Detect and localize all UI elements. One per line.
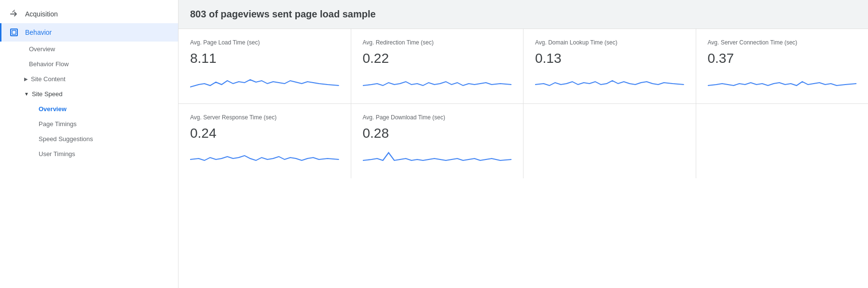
sidebar-item-behavior[interactable]: Behavior — [0, 23, 178, 42]
metric-card-domain-lookup: Avg. Domain Lookup Time (sec) 0.13 — [524, 29, 696, 103]
sidebar-item-page-timings[interactable]: Page Timings — [0, 116, 178, 131]
metric-value-redirection: 0.22 — [363, 51, 512, 66]
sidebar-group-site-content[interactable]: ▶ Site Content — [0, 72, 178, 86]
metric-value-server-response: 0.24 — [190, 126, 339, 141]
metric-card-empty-1 — [524, 104, 696, 178]
sidebar-item-site-speed-overview[interactable]: Overview — [0, 101, 178, 116]
behavior-label: Behavior — [25, 29, 52, 36]
svg-rect-1 — [12, 30, 16, 34]
sidebar: Acquisition Behavior Overview Behavior F… — [0, 0, 179, 288]
metric-label-server-connection: Avg. Server Connection Time (sec) — [708, 39, 857, 47]
acquisition-icon — [10, 10, 18, 18]
metric-label-page-download: Avg. Page Download Time (sec) — [363, 114, 512, 122]
metric-chart-page-download — [363, 145, 512, 169]
metric-chart-redirection — [363, 70, 512, 94]
site-speed-arrow-icon: ▼ — [24, 91, 29, 97]
sidebar-item-overview[interactable]: Overview — [0, 42, 178, 57]
metric-card-page-download: Avg. Page Download Time (sec) 0.28 — [351, 104, 524, 178]
svg-rect-0 — [11, 29, 17, 36]
metric-chart-server-connection — [708, 70, 857, 94]
metric-label-redirection: Avg. Redirection Time (sec) — [363, 39, 512, 47]
metric-card-empty-2 — [696, 104, 868, 178]
metric-chart-domain-lookup — [535, 70, 684, 94]
metric-value-server-connection: 0.37 — [708, 51, 857, 66]
metric-label-page-load: Avg. Page Load Time (sec) — [190, 39, 339, 47]
metric-value-domain-lookup: 0.13 — [535, 51, 684, 66]
sidebar-item-user-timings[interactable]: User Timings — [0, 146, 178, 161]
page-title: 803 of pageviews sent page load sample — [190, 9, 376, 19]
sidebar-item-acquisition[interactable]: Acquisition — [0, 5, 178, 23]
metric-card-redirection: Avg. Redirection Time (sec) 0.22 — [351, 29, 524, 103]
behavior-icon — [10, 28, 18, 37]
metric-card-server-connection: Avg. Server Connection Time (sec) 0.37 — [696, 29, 868, 103]
metrics-grid: Avg. Page Load Time (sec) 8.11 Avg. Redi… — [179, 29, 868, 178]
metric-chart-page-load — [190, 70, 339, 94]
metric-label-server-response: Avg. Server Response Time (sec) — [190, 114, 339, 122]
metric-card-page-load: Avg. Page Load Time (sec) 8.11 — [179, 29, 351, 103]
sidebar-item-behavior-flow[interactable]: Behavior Flow — [0, 57, 178, 72]
site-content-arrow-icon: ▶ — [24, 76, 28, 82]
metric-card-server-response: Avg. Server Response Time (sec) 0.24 — [179, 104, 351, 178]
main-content: 803 of pageviews sent page load sample A… — [179, 0, 868, 288]
metric-chart-server-response — [190, 145, 339, 169]
acquisition-label: Acquisition — [25, 10, 58, 18]
metric-label-domain-lookup: Avg. Domain Lookup Time (sec) — [535, 39, 684, 47]
sidebar-item-speed-suggestions[interactable]: Speed Suggestions — [0, 131, 178, 146]
metric-value-page-download: 0.28 — [363, 126, 512, 141]
page-header: 803 of pageviews sent page load sample — [179, 0, 868, 29]
metric-value-page-load: 8.11 — [190, 51, 339, 66]
sidebar-group-site-speed[interactable]: ▼ Site Speed — [0, 86, 178, 101]
